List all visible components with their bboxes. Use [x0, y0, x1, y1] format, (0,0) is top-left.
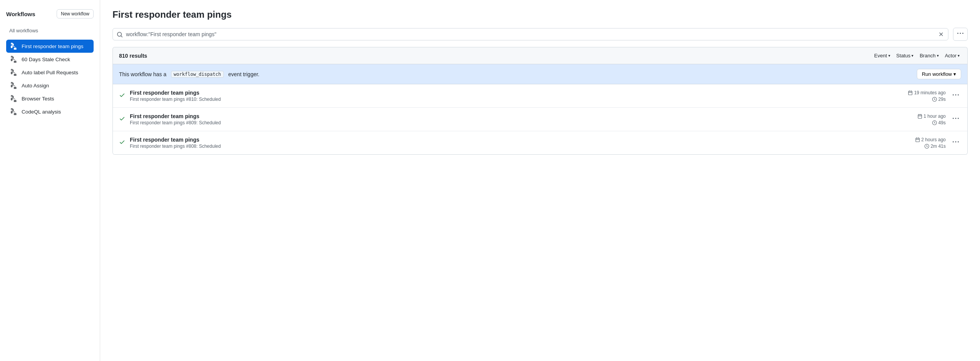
sidebar-title: Workflows: [6, 11, 35, 17]
run-info: First responder team pings First respond…: [130, 90, 891, 102]
run-subtitle: First responder team pings #810: Schedul…: [130, 97, 891, 102]
main-content: First responder team pings 810 results: [100, 0, 980, 361]
runs-list: First responder team pings First respond…: [112, 84, 968, 155]
results-header: 810 results Event ▾ Status ▾ Branch ▾ Ac…: [112, 47, 968, 64]
event-filter-button[interactable]: Event ▾: [873, 52, 891, 59]
run-name: First responder team pings: [130, 90, 891, 96]
run-time: 19 minutes ago: [914, 90, 946, 95]
run-name: First responder team pings: [130, 113, 891, 119]
run-name: First responder team pings: [130, 137, 891, 143]
dispatch-text-after: event trigger.: [228, 71, 260, 77]
branch-filter-chevron: ▾: [937, 53, 939, 58]
search-row: [112, 28, 968, 41]
search-bar: [112, 28, 948, 40]
sidebar-item-label: 60 Days Stale Check: [22, 57, 70, 62]
sidebar-item-60-days-stale-check[interactable]: 60 Days Stale Check: [6, 53, 94, 66]
workflow-icon: [11, 56, 18, 63]
event-filter-chevron: ▾: [888, 53, 890, 58]
run-workflow-chevron: ▾: [953, 71, 956, 77]
run-subtitle: First responder team pings #809: Schedul…: [130, 120, 891, 125]
run-status-icon: [119, 115, 125, 123]
workflow-icon: [11, 69, 18, 76]
status-filter-chevron: ▾: [911, 53, 913, 58]
run-time-row: 19 minutes ago: [908, 90, 946, 95]
filter-buttons: Event ▾ Status ▾ Branch ▾ Actor ▾: [873, 52, 961, 59]
run-info: First responder team pings First respond…: [130, 113, 891, 125]
run-duration-row: 2m 41s: [925, 144, 946, 149]
results-count: 810 results: [119, 53, 147, 59]
actor-filter-button[interactable]: Actor ▾: [943, 52, 961, 59]
calendar-icon: [915, 137, 920, 142]
sidebar-item-label: First responder team pings: [22, 43, 84, 49]
more-options-button[interactable]: [953, 28, 968, 41]
sidebar-item-first-responder-team-pings[interactable]: First responder team pings: [6, 40, 94, 53]
run-more-button[interactable]: [950, 91, 961, 100]
sidebar-item-auto-label-pull-requests[interactable]: Auto label Pull Requests: [6, 66, 94, 79]
run-meta: 1 hour ago 49s: [896, 114, 946, 125]
sidebar-item-codeql-analysis[interactable]: CodeQL analysis: [6, 105, 94, 118]
run-item[interactable]: First responder team pings First respond…: [113, 84, 967, 108]
sidebar-item-label: Browser Tests: [22, 96, 54, 102]
all-workflows-link[interactable]: All workflows: [6, 26, 94, 35]
run-status-icon: [119, 92, 125, 100]
run-more-button[interactable]: [950, 115, 961, 124]
sidebar-items-list: First responder team pings 60 Days Stale…: [6, 40, 94, 118]
sidebar-item-label: CodeQL analysis: [22, 109, 61, 115]
run-duration: 49s: [938, 120, 946, 125]
run-workflow-button[interactable]: Run workflow ▾: [917, 69, 961, 79]
run-time-row: 1 hour ago: [918, 114, 946, 119]
sidebar: Workflows New workflow All workflows Fir…: [0, 0, 100, 361]
run-time-row: 2 hours ago: [915, 137, 946, 142]
branch-filter-button[interactable]: Branch ▾: [918, 52, 940, 59]
run-status-icon: [119, 139, 125, 147]
search-input[interactable]: [126, 31, 935, 37]
actor-filter-chevron: ▾: [958, 53, 960, 58]
run-item[interactable]: First responder team pings First respond…: [113, 108, 967, 131]
run-duration-row: 49s: [932, 120, 946, 125]
run-meta: 19 minutes ago 29s: [896, 90, 946, 102]
run-info: First responder team pings First respond…: [130, 137, 891, 149]
calendar-icon: [908, 90, 913, 95]
run-subtitle: First responder team pings #808: Schedul…: [130, 144, 891, 149]
dispatch-code: workflow_dispatch: [171, 71, 224, 78]
sidebar-item-browser-tests[interactable]: Browser Tests: [6, 92, 94, 105]
workflow-icon: [11, 43, 18, 50]
clock-icon: [932, 120, 937, 125]
run-duration: 29s: [938, 97, 946, 102]
new-workflow-button[interactable]: New workflow: [57, 9, 94, 18]
workflow-icon: [11, 82, 18, 89]
run-time: 2 hours ago: [921, 137, 946, 142]
calendar-icon: [918, 114, 922, 119]
sidebar-item-auto-assign[interactable]: Auto Assign: [6, 79, 94, 92]
sidebar-item-label: Auto Assign: [22, 83, 49, 89]
run-meta: 2 hours ago 2m 41s: [896, 137, 946, 149]
dispatch-text-before: This workflow has a: [119, 71, 166, 77]
run-item[interactable]: First responder team pings First respond…: [113, 131, 967, 154]
search-icon: [117, 31, 123, 38]
workflow-icon: [11, 95, 18, 102]
run-time: 1 hour ago: [924, 114, 946, 119]
dispatch-banner: This workflow has a workflow_dispatch ev…: [112, 64, 968, 84]
dispatch-text: This workflow has a workflow_dispatch ev…: [119, 71, 259, 78]
run-duration-row: 29s: [932, 97, 946, 102]
clear-search-button[interactable]: [938, 31, 944, 37]
status-filter-button[interactable]: Status ▾: [895, 52, 915, 59]
page-title: First responder team pings: [112, 9, 968, 20]
sidebar-header: Workflows New workflow: [6, 9, 94, 18]
run-duration: 2m 41s: [931, 144, 946, 149]
clock-icon: [925, 144, 929, 149]
run-more-button[interactable]: [950, 138, 961, 147]
clock-icon: [932, 97, 937, 102]
sidebar-item-label: Auto label Pull Requests: [22, 70, 78, 75]
workflow-icon: [11, 108, 18, 115]
